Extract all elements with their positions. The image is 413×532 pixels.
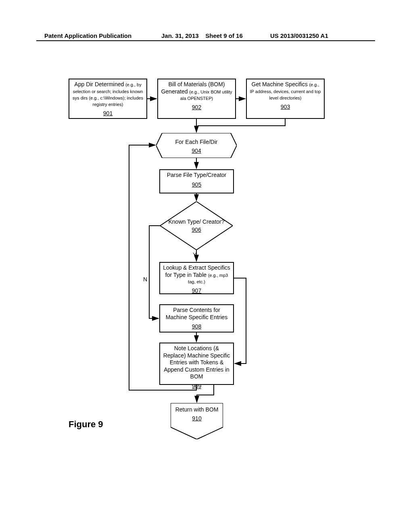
node-902-sub: (e.g., Unix BOM utility ala OPENSTEP) xyxy=(180,89,232,101)
node-906-title: Known Type/ Creator? xyxy=(168,218,224,225)
node-904: For Each File/Dir 904 xyxy=(156,133,237,158)
flowchart-canvas: App Dir Determined (e.g., by selection o… xyxy=(0,0,413,532)
node-902-num: 902 xyxy=(161,104,233,111)
node-908: Parse Contents for Machine Specific Entr… xyxy=(159,304,234,332)
node-904-num: 904 xyxy=(156,148,237,154)
node-910-title: Return with BOM xyxy=(175,406,219,413)
node-906: Known Type/ Creator? 906 xyxy=(160,202,233,250)
node-910-num: 910 xyxy=(171,415,223,422)
node-902: Bill of Materials (BOM) Generated (e.g.,… xyxy=(157,79,236,119)
node-909-num: 909 xyxy=(163,383,231,390)
node-905-title: Parse File Type/Creator xyxy=(167,172,227,178)
node-901-title: App Dir Determined xyxy=(74,81,124,87)
figure-label: Figure 9 xyxy=(69,419,103,430)
node-907-num: 907 xyxy=(163,287,231,295)
node-908-num: 908 xyxy=(163,323,231,330)
node-901-num: 901 xyxy=(72,110,144,117)
edge-label-yes: Y xyxy=(193,251,196,258)
node-909: Note Locations (& Replace) Machine Speci… xyxy=(159,343,234,385)
node-906-num: 906 xyxy=(192,227,201,233)
node-903-num: 903 xyxy=(249,104,321,111)
node-909-title: Note Locations (& Replace) Machine Speci… xyxy=(163,345,230,380)
node-903: Get Machine Specifics (e.g., IP address,… xyxy=(246,79,325,119)
node-903-title: Get Machine Specifics xyxy=(252,81,308,87)
node-905-num: 905 xyxy=(163,181,231,189)
edge-label-no: N xyxy=(143,276,147,283)
node-904-title: For Each File/Dir xyxy=(175,139,217,145)
node-901: App Dir Determined (e.g., by selection o… xyxy=(69,79,147,119)
node-907: Lookup & Extract Specifics for Type in T… xyxy=(159,262,234,294)
node-910: Return with BOM 910 xyxy=(171,403,223,439)
node-905: Parse File Type/Creator 905 xyxy=(159,169,234,193)
node-908-title: Parse Contents for Machine Specific Entr… xyxy=(166,307,227,320)
